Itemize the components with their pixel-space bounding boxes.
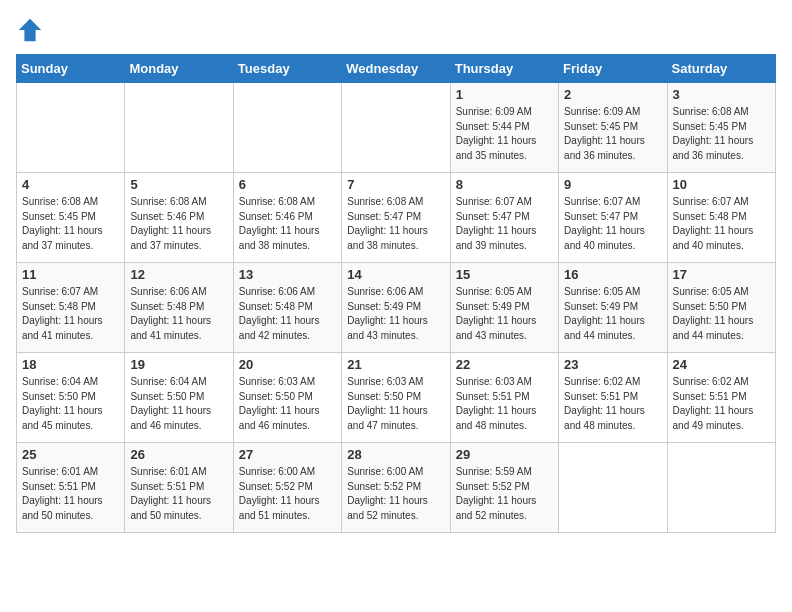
- header-day-saturday: Saturday: [667, 55, 775, 83]
- logo-icon: [16, 16, 44, 44]
- calendar-week-4: 18Sunrise: 6:04 AM Sunset: 5:50 PM Dayli…: [17, 353, 776, 443]
- calendar-cell: 17Sunrise: 6:05 AM Sunset: 5:50 PM Dayli…: [667, 263, 775, 353]
- day-number: 25: [22, 447, 119, 462]
- cell-info: Sunrise: 6:06 AM Sunset: 5:49 PM Dayligh…: [347, 285, 444, 343]
- calendar-cell: 12Sunrise: 6:06 AM Sunset: 5:48 PM Dayli…: [125, 263, 233, 353]
- calendar-week-2: 4Sunrise: 6:08 AM Sunset: 5:45 PM Daylig…: [17, 173, 776, 263]
- day-number: 16: [564, 267, 661, 282]
- calendar-cell: 5Sunrise: 6:08 AM Sunset: 5:46 PM Daylig…: [125, 173, 233, 263]
- cell-info: Sunrise: 6:07 AM Sunset: 5:48 PM Dayligh…: [673, 195, 770, 253]
- logo: [16, 16, 48, 44]
- calendar-cell: 25Sunrise: 6:01 AM Sunset: 5:51 PM Dayli…: [17, 443, 125, 533]
- day-number: 23: [564, 357, 661, 372]
- calendar-week-1: 1Sunrise: 6:09 AM Sunset: 5:44 PM Daylig…: [17, 83, 776, 173]
- day-number: 1: [456, 87, 553, 102]
- header-day-tuesday: Tuesday: [233, 55, 341, 83]
- calendar-cell: [667, 443, 775, 533]
- calendar-cell: 22Sunrise: 6:03 AM Sunset: 5:51 PM Dayli…: [450, 353, 558, 443]
- calendar-cell: 9Sunrise: 6:07 AM Sunset: 5:47 PM Daylig…: [559, 173, 667, 263]
- cell-info: Sunrise: 6:00 AM Sunset: 5:52 PM Dayligh…: [347, 465, 444, 523]
- day-number: 27: [239, 447, 336, 462]
- calendar-header: SundayMondayTuesdayWednesdayThursdayFrid…: [17, 55, 776, 83]
- cell-info: Sunrise: 6:02 AM Sunset: 5:51 PM Dayligh…: [673, 375, 770, 433]
- calendar-cell: 26Sunrise: 6:01 AM Sunset: 5:51 PM Dayli…: [125, 443, 233, 533]
- cell-info: Sunrise: 6:04 AM Sunset: 5:50 PM Dayligh…: [22, 375, 119, 433]
- cell-info: Sunrise: 6:08 AM Sunset: 5:46 PM Dayligh…: [130, 195, 227, 253]
- day-number: 7: [347, 177, 444, 192]
- cell-info: Sunrise: 6:07 AM Sunset: 5:47 PM Dayligh…: [564, 195, 661, 253]
- calendar-cell: [125, 83, 233, 173]
- day-number: 29: [456, 447, 553, 462]
- day-number: 4: [22, 177, 119, 192]
- cell-info: Sunrise: 6:06 AM Sunset: 5:48 PM Dayligh…: [130, 285, 227, 343]
- cell-info: Sunrise: 6:01 AM Sunset: 5:51 PM Dayligh…: [130, 465, 227, 523]
- calendar-cell: 16Sunrise: 6:05 AM Sunset: 5:49 PM Dayli…: [559, 263, 667, 353]
- day-number: 18: [22, 357, 119, 372]
- day-number: 22: [456, 357, 553, 372]
- header-day-friday: Friday: [559, 55, 667, 83]
- day-number: 9: [564, 177, 661, 192]
- cell-info: Sunrise: 6:09 AM Sunset: 5:45 PM Dayligh…: [564, 105, 661, 163]
- cell-info: Sunrise: 6:05 AM Sunset: 5:49 PM Dayligh…: [456, 285, 553, 343]
- day-number: 20: [239, 357, 336, 372]
- calendar-cell: 28Sunrise: 6:00 AM Sunset: 5:52 PM Dayli…: [342, 443, 450, 533]
- cell-info: Sunrise: 5:59 AM Sunset: 5:52 PM Dayligh…: [456, 465, 553, 523]
- cell-info: Sunrise: 6:03 AM Sunset: 5:50 PM Dayligh…: [347, 375, 444, 433]
- calendar-cell: 4Sunrise: 6:08 AM Sunset: 5:45 PM Daylig…: [17, 173, 125, 263]
- cell-info: Sunrise: 6:01 AM Sunset: 5:51 PM Dayligh…: [22, 465, 119, 523]
- cell-info: Sunrise: 6:03 AM Sunset: 5:50 PM Dayligh…: [239, 375, 336, 433]
- calendar-cell: 13Sunrise: 6:06 AM Sunset: 5:48 PM Dayli…: [233, 263, 341, 353]
- page-header: [16, 16, 776, 44]
- day-number: 21: [347, 357, 444, 372]
- calendar-cell: 3Sunrise: 6:08 AM Sunset: 5:45 PM Daylig…: [667, 83, 775, 173]
- calendar-cell: 6Sunrise: 6:08 AM Sunset: 5:46 PM Daylig…: [233, 173, 341, 263]
- cell-info: Sunrise: 6:00 AM Sunset: 5:52 PM Dayligh…: [239, 465, 336, 523]
- cell-info: Sunrise: 6:07 AM Sunset: 5:47 PM Dayligh…: [456, 195, 553, 253]
- day-number: 10: [673, 177, 770, 192]
- cell-info: Sunrise: 6:02 AM Sunset: 5:51 PM Dayligh…: [564, 375, 661, 433]
- header-day-monday: Monday: [125, 55, 233, 83]
- svg-marker-0: [19, 19, 41, 41]
- calendar-cell: [17, 83, 125, 173]
- day-number: 24: [673, 357, 770, 372]
- header-day-sunday: Sunday: [17, 55, 125, 83]
- day-number: 19: [130, 357, 227, 372]
- day-number: 26: [130, 447, 227, 462]
- calendar-cell: 1Sunrise: 6:09 AM Sunset: 5:44 PM Daylig…: [450, 83, 558, 173]
- day-number: 8: [456, 177, 553, 192]
- day-number: 17: [673, 267, 770, 282]
- day-number: 15: [456, 267, 553, 282]
- calendar-cell: 14Sunrise: 6:06 AM Sunset: 5:49 PM Dayli…: [342, 263, 450, 353]
- calendar-cell: 11Sunrise: 6:07 AM Sunset: 5:48 PM Dayli…: [17, 263, 125, 353]
- calendar-week-3: 11Sunrise: 6:07 AM Sunset: 5:48 PM Dayli…: [17, 263, 776, 353]
- day-number: 14: [347, 267, 444, 282]
- calendar-cell: 20Sunrise: 6:03 AM Sunset: 5:50 PM Dayli…: [233, 353, 341, 443]
- day-number: 12: [130, 267, 227, 282]
- calendar-cell: 7Sunrise: 6:08 AM Sunset: 5:47 PM Daylig…: [342, 173, 450, 263]
- cell-info: Sunrise: 6:07 AM Sunset: 5:48 PM Dayligh…: [22, 285, 119, 343]
- day-number: 11: [22, 267, 119, 282]
- cell-info: Sunrise: 6:08 AM Sunset: 5:47 PM Dayligh…: [347, 195, 444, 253]
- cell-info: Sunrise: 6:06 AM Sunset: 5:48 PM Dayligh…: [239, 285, 336, 343]
- day-number: 13: [239, 267, 336, 282]
- calendar-cell: [342, 83, 450, 173]
- day-number: 2: [564, 87, 661, 102]
- calendar-cell: 27Sunrise: 6:00 AM Sunset: 5:52 PM Dayli…: [233, 443, 341, 533]
- calendar-cell: 18Sunrise: 6:04 AM Sunset: 5:50 PM Dayli…: [17, 353, 125, 443]
- calendar-week-5: 25Sunrise: 6:01 AM Sunset: 5:51 PM Dayli…: [17, 443, 776, 533]
- cell-info: Sunrise: 6:05 AM Sunset: 5:49 PM Dayligh…: [564, 285, 661, 343]
- header-day-thursday: Thursday: [450, 55, 558, 83]
- cell-info: Sunrise: 6:08 AM Sunset: 5:46 PM Dayligh…: [239, 195, 336, 253]
- day-number: 6: [239, 177, 336, 192]
- calendar-body: 1Sunrise: 6:09 AM Sunset: 5:44 PM Daylig…: [17, 83, 776, 533]
- cell-info: Sunrise: 6:03 AM Sunset: 5:51 PM Dayligh…: [456, 375, 553, 433]
- cell-info: Sunrise: 6:04 AM Sunset: 5:50 PM Dayligh…: [130, 375, 227, 433]
- calendar-cell: 15Sunrise: 6:05 AM Sunset: 5:49 PM Dayli…: [450, 263, 558, 353]
- calendar-cell: 23Sunrise: 6:02 AM Sunset: 5:51 PM Dayli…: [559, 353, 667, 443]
- calendar-cell: 24Sunrise: 6:02 AM Sunset: 5:51 PM Dayli…: [667, 353, 775, 443]
- calendar-table: SundayMondayTuesdayWednesdayThursdayFrid…: [16, 54, 776, 533]
- calendar-cell: 29Sunrise: 5:59 AM Sunset: 5:52 PM Dayli…: [450, 443, 558, 533]
- calendar-cell: 21Sunrise: 6:03 AM Sunset: 5:50 PM Dayli…: [342, 353, 450, 443]
- calendar-cell: 19Sunrise: 6:04 AM Sunset: 5:50 PM Dayli…: [125, 353, 233, 443]
- day-number: 28: [347, 447, 444, 462]
